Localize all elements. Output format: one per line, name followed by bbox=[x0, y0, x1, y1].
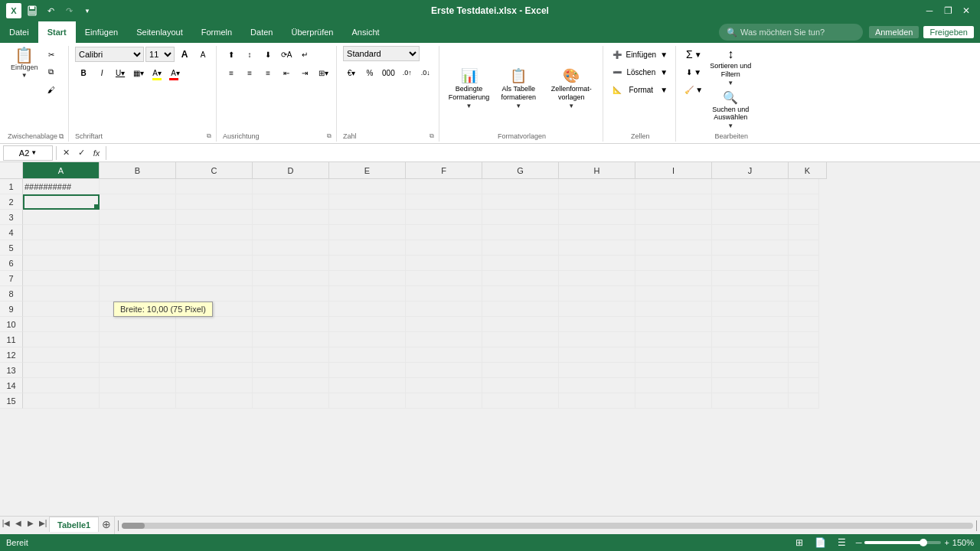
cell-G6[interactable] bbox=[482, 256, 559, 271]
cell-B11[interactable] bbox=[100, 332, 176, 347]
cell-F6[interactable] bbox=[406, 256, 482, 271]
sort-filter-button[interactable]: ↕ Sortieren undFiltern ▼ bbox=[707, 46, 754, 88]
cell-C3[interactable] bbox=[176, 210, 253, 225]
cell-F8[interactable] bbox=[406, 286, 482, 302]
cell-C2[interactable] bbox=[176, 194, 253, 210]
row-header-4[interactable]: 4 bbox=[0, 225, 23, 240]
font-name-select[interactable]: Calibri bbox=[75, 47, 144, 62]
cell-H4[interactable] bbox=[559, 225, 635, 240]
align-right-button[interactable]: ≡ bbox=[260, 64, 276, 81]
cell-A9[interactable] bbox=[23, 302, 100, 317]
row-header-8[interactable]: 8 bbox=[0, 286, 23, 302]
cell-I8[interactable] bbox=[635, 286, 712, 302]
cell-J6[interactable] bbox=[712, 256, 789, 271]
insert-cells-button[interactable]: ➕ Einfügen ▼ bbox=[609, 46, 671, 63]
cell-E8[interactable] bbox=[329, 286, 406, 302]
cell-B15[interactable] bbox=[100, 393, 176, 409]
cell-H12[interactable] bbox=[559, 347, 635, 363]
redo-button[interactable]: ↷ bbox=[61, 3, 77, 18]
cell-F11[interactable] bbox=[406, 332, 482, 347]
cell-H6[interactable] bbox=[559, 256, 635, 271]
autosum-button[interactable]: Σ▼ bbox=[682, 46, 705, 63]
cell-J12[interactable] bbox=[712, 347, 789, 363]
cell-D6[interactable] bbox=[253, 256, 329, 271]
cell-C5[interactable] bbox=[176, 240, 253, 256]
cell-F9[interactable] bbox=[406, 302, 482, 317]
row-header-2[interactable]: 2 bbox=[0, 194, 23, 210]
cell-I2[interactable] bbox=[635, 194, 712, 210]
cell-G9[interactable] bbox=[482, 302, 559, 317]
cell-H15[interactable] bbox=[559, 393, 635, 409]
cell-D10[interactable] bbox=[253, 317, 329, 332]
cell-B13[interactable] bbox=[100, 363, 176, 378]
row-header-1[interactable]: 1 bbox=[0, 179, 23, 194]
col-header-g[interactable]: G bbox=[482, 162, 559, 179]
percent-button[interactable]: % bbox=[361, 64, 378, 81]
cell-I1[interactable] bbox=[635, 179, 712, 194]
zoom-in-button[interactable]: + bbox=[944, 538, 949, 547]
sheet-nav-first[interactable]: |◀ bbox=[0, 517, 12, 529]
share-button[interactable]: Freigeben bbox=[923, 26, 974, 38]
cell-D11[interactable] bbox=[253, 332, 329, 347]
cell-E11[interactable] bbox=[329, 332, 406, 347]
qat-dropdown-button[interactable]: ▼ bbox=[80, 3, 95, 18]
cell-I3[interactable] bbox=[635, 210, 712, 225]
row-header-7[interactable]: 7 bbox=[0, 271, 23, 286]
cell-J14[interactable] bbox=[712, 378, 789, 393]
cell-K5[interactable] bbox=[789, 240, 819, 256]
cell-I12[interactable] bbox=[635, 347, 712, 363]
cell-K13[interactable] bbox=[789, 363, 819, 378]
cell-E6[interactable] bbox=[329, 256, 406, 271]
search-input[interactable] bbox=[740, 28, 855, 37]
align-center-button[interactable]: ≡ bbox=[241, 64, 258, 81]
confirm-formula-button[interactable]: ✓ bbox=[75, 147, 87, 159]
cell-K9[interactable] bbox=[789, 302, 819, 317]
cell-E9[interactable] bbox=[329, 302, 406, 317]
cell-E13[interactable] bbox=[329, 363, 406, 378]
sheet-nav-last[interactable]: ▶| bbox=[37, 517, 49, 529]
cell-F3[interactable] bbox=[406, 210, 482, 225]
cell-C13[interactable] bbox=[176, 363, 253, 378]
cell-A6[interactable] bbox=[23, 256, 100, 271]
cell-A2[interactable] bbox=[23, 194, 100, 210]
cell-B4[interactable] bbox=[100, 225, 176, 240]
cell-J7[interactable] bbox=[712, 271, 789, 286]
cell-E12[interactable] bbox=[329, 347, 406, 363]
cell-K7[interactable] bbox=[789, 271, 819, 286]
sheet-nav-prev[interactable]: ◀ bbox=[12, 517, 24, 529]
cell-G1[interactable] bbox=[482, 179, 559, 194]
cell-G3[interactable] bbox=[482, 210, 559, 225]
cell-K4[interactable] bbox=[789, 225, 819, 240]
border-button[interactable]: ▦▾ bbox=[130, 64, 147, 81]
sheet-nav-next[interactable]: ▶ bbox=[24, 517, 37, 529]
col-resize-handle-a[interactable] bbox=[97, 162, 100, 179]
cell-J11[interactable] bbox=[712, 332, 789, 347]
delete-cells-button[interactable]: ➖ Löschen ▼ bbox=[609, 64, 671, 80]
page-layout-button[interactable]: 📄 bbox=[813, 535, 828, 550]
cell-E7[interactable] bbox=[329, 271, 406, 286]
fill-color-button[interactable]: A▾ bbox=[149, 64, 165, 81]
cell-B7[interactable] bbox=[100, 271, 176, 286]
font-color-button[interactable]: A▾ bbox=[167, 64, 184, 81]
cell-D1[interactable] bbox=[253, 179, 329, 194]
cell-I10[interactable] bbox=[635, 317, 712, 332]
cell-J8[interactable] bbox=[712, 286, 789, 302]
insert-function-button[interactable]: fx bbox=[90, 147, 103, 159]
fill-button[interactable]: ⬇▼ bbox=[682, 64, 705, 80]
cell-H5[interactable] bbox=[559, 240, 635, 256]
col-header-h[interactable]: H bbox=[559, 162, 635, 179]
cell-F14[interactable] bbox=[406, 378, 482, 393]
minimize-button[interactable]: ─ bbox=[922, 3, 937, 18]
cell-A14[interactable] bbox=[23, 378, 100, 393]
cell-E4[interactable] bbox=[329, 225, 406, 240]
cell-K2[interactable] bbox=[789, 194, 819, 210]
cell-C14[interactable] bbox=[176, 378, 253, 393]
decrease-decimal-button[interactable]: .0↓ bbox=[417, 64, 434, 81]
cell-I7[interactable] bbox=[635, 271, 712, 286]
fill-handle[interactable] bbox=[94, 204, 99, 209]
align-bottom-button[interactable]: ⬇ bbox=[260, 46, 276, 63]
increase-decimal-button[interactable]: .0↑ bbox=[399, 64, 416, 81]
cell-G11[interactable] bbox=[482, 332, 559, 347]
cell-C7[interactable] bbox=[176, 271, 253, 286]
signin-button[interactable]: Anmelden bbox=[869, 26, 920, 38]
